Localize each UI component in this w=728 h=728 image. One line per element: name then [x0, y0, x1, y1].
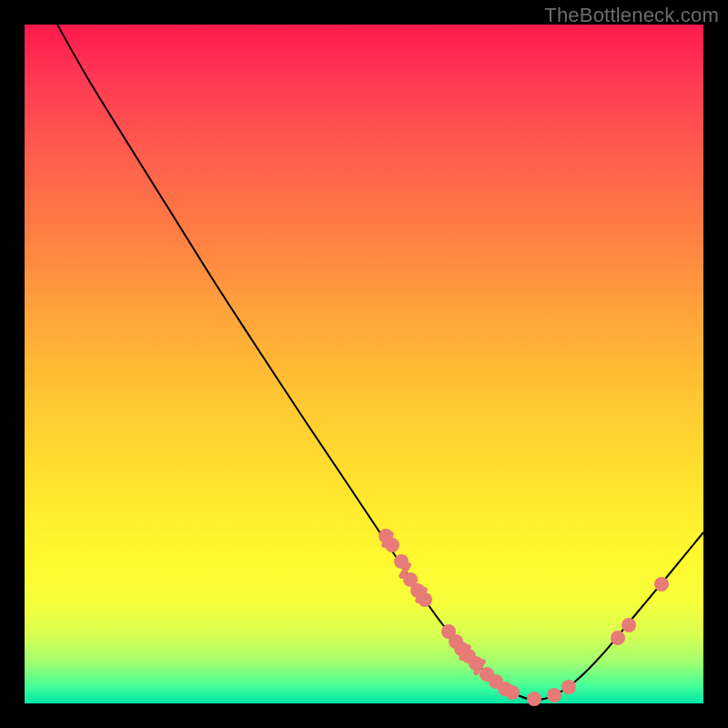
data-point: [561, 680, 576, 694]
data-point: [394, 554, 409, 569]
data-point: [469, 656, 483, 671]
data-point: [505, 685, 520, 700]
plot-area: [25, 25, 703, 703]
highlight-dots: [379, 529, 669, 706]
data-point: [547, 688, 561, 703]
data-point: [611, 631, 625, 645]
chart-svg: [25, 25, 703, 703]
bottleneck-curve: [57, 25, 703, 700]
watermark-text: TheBottleneck.com: [544, 4, 719, 27]
data-point: [385, 538, 399, 552]
data-point: [654, 577, 669, 592]
data-point: [418, 592, 432, 607]
data-point: [527, 692, 541, 706]
data-point: [622, 618, 636, 632]
